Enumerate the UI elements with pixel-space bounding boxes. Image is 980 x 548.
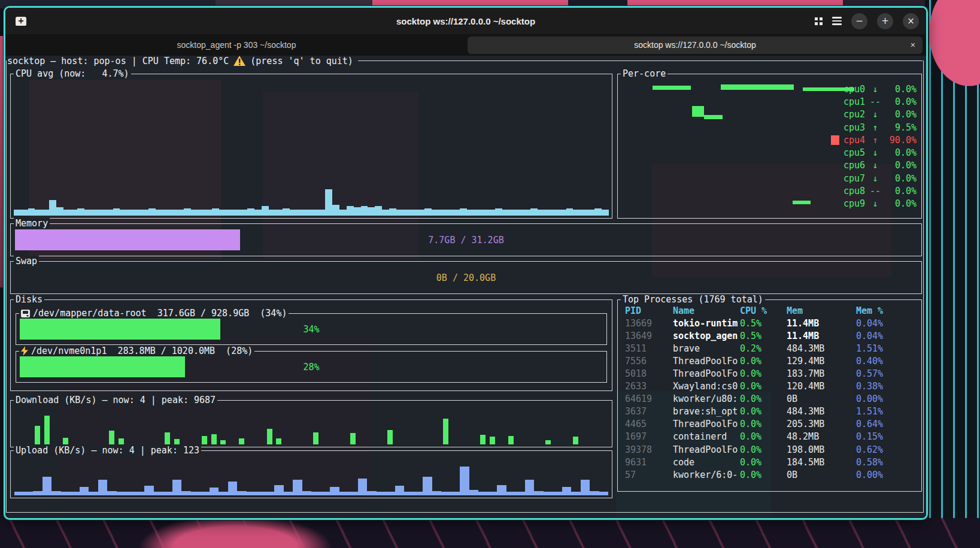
chart-bar: [446, 96, 453, 216]
chart-bar: [599, 410, 609, 444]
core-block-spacer: [831, 161, 839, 170]
chart-bar: [89, 410, 98, 444]
chart-bar: [297, 96, 304, 216]
core-block-spacer: [831, 148, 839, 158]
chart-bar: [389, 96, 396, 216]
process-rows: 13669tokio-runtim0.5%11.4MB0.04%13649soc…: [618, 317, 921, 481]
chart-bar: [332, 96, 339, 216]
chart-bar: [566, 96, 574, 216]
chart-bar: [200, 410, 210, 444]
tab-close-icon[interactable]: ×: [911, 40, 915, 50]
chart-bar: [210, 410, 219, 444]
process-col-header: Mem: [787, 305, 856, 316]
chart-bar: [375, 96, 382, 216]
chart-bar: [517, 96, 524, 216]
core-trend-icon: ↓: [869, 84, 881, 95]
chart-bar: [474, 96, 481, 216]
process-row: 13649socktop_agen0.5%11.4MB0.04%: [618, 329, 921, 342]
chart-bar: [502, 96, 509, 216]
chart-bar: [135, 410, 145, 444]
cpu-avg-title: CPU avg (now: 4.7%): [14, 68, 131, 79]
chart-bar: [460, 461, 469, 495]
chart-bar: [241, 96, 248, 216]
core-row-cpu8: cpu8--0.0%: [831, 184, 917, 197]
chart-bar: [525, 410, 535, 444]
chart-bar: [318, 96, 326, 216]
process-col-header: Name: [673, 305, 740, 316]
new-tab-button[interactable]: +: [13, 13, 29, 29]
disk-gauge-label: 28%: [16, 362, 606, 373]
tab-socktop-client[interactable]: socktop ws://127.0.0.0 ~/socktop ×: [468, 37, 923, 54]
chart-bar: [24, 410, 34, 444]
chart-bar: [382, 96, 389, 216]
chart-bar: [144, 410, 154, 444]
chart-bar: [284, 410, 293, 444]
chart-bar: [163, 410, 172, 444]
core-row-cpu7: cpu7↓0.0%: [831, 172, 917, 184]
minimize-button[interactable]: −: [851, 13, 867, 29]
chart-bar: [590, 461, 599, 495]
chart-bar: [254, 96, 262, 216]
chart-bar: [432, 96, 439, 216]
chart-bar: [274, 410, 284, 444]
core-row-cpu1: cpu1--0.0%: [831, 95, 917, 108]
chart-bar: [573, 96, 580, 216]
disk-icon: [21, 310, 30, 317]
chart-bar: [571, 461, 581, 495]
chart-bar: [172, 461, 182, 495]
chart-bar: [148, 96, 156, 216]
memory-title: Memory: [14, 218, 50, 229]
chart-bar: [89, 461, 98, 495]
chart-bar: [545, 96, 552, 216]
chart-bar: [144, 461, 154, 495]
core-block-spacer: [831, 186, 839, 196]
chart-bar: [481, 96, 489, 216]
chart-bar: [423, 461, 432, 495]
chart-bar: [358, 410, 368, 444]
tui-header-hint: (press 'q' to quit): [250, 56, 354, 66]
chart-bar: [262, 96, 269, 216]
core-block-spacer: [831, 174, 839, 183]
chart-bar: [191, 410, 201, 444]
chart-bar: [594, 96, 602, 216]
close-button[interactable]: ×: [903, 13, 919, 29]
process-row: 64619kworker/u80:0.0%0B0.00%: [618, 393, 921, 405]
core-row-cpu6: cpu6↓0.0%: [831, 159, 917, 172]
wallpaper-bottom: [0, 518, 980, 548]
window-title: socktop ws://127.0.0.0 ~/socktop: [5, 16, 926, 26]
chart-bar: [348, 410, 358, 444]
menu-icon[interactable]: [832, 17, 842, 25]
chart-bar: [200, 461, 210, 495]
disk-title: /dev/mapper/data-root 317.6GB / 928.9GB …: [33, 308, 287, 319]
upload-panel: Upload (KB/s) — now: 4 | peak: 123: [10, 450, 612, 498]
chart-bar: [478, 461, 488, 495]
layout-grid-icon[interactable]: [815, 17, 823, 25]
chart-bar: [330, 410, 339, 444]
chart-bar: [453, 96, 460, 216]
chart-bar: [191, 461, 201, 495]
chart-bar: [284, 461, 293, 495]
chart-bar: [460, 410, 469, 444]
chart-bar: [228, 461, 238, 495]
core-trend-icon: ↓: [869, 198, 881, 209]
tab-socktop-agent[interactable]: socktop_agent -p 303 ~/socktop: [9, 37, 464, 54]
tab-label: socktop_agent -p 303 ~/socktop: [177, 40, 296, 50]
chart-bar: [515, 410, 525, 444]
core-trend-icon: --: [869, 96, 881, 107]
disk-nvme-panel: /dev/nvme0n1p1 283.8MB / 1020.0MB (28%) …: [16, 351, 607, 383]
chart-bar: [265, 461, 275, 495]
chart-bar: [414, 410, 423, 444]
chart-bar: [396, 96, 403, 216]
chart-bar: [544, 461, 553, 495]
chart-bar: [256, 410, 265, 444]
maximize-button[interactable]: +: [877, 13, 893, 29]
chart-bar: [210, 461, 219, 495]
chart-bar: [293, 461, 302, 495]
chart-bar: [386, 410, 395, 444]
core-history-segment: [653, 86, 690, 90]
core-history-segment: [692, 106, 704, 117]
titlebar[interactable]: socktop ws://127.0.0.0 ~/socktop + − + ×: [5, 8, 926, 34]
core-trend-icon: --: [869, 186, 881, 196]
core-row-cpu4: cpu4↑90.0%: [831, 134, 917, 146]
chart-bar: [172, 410, 182, 444]
